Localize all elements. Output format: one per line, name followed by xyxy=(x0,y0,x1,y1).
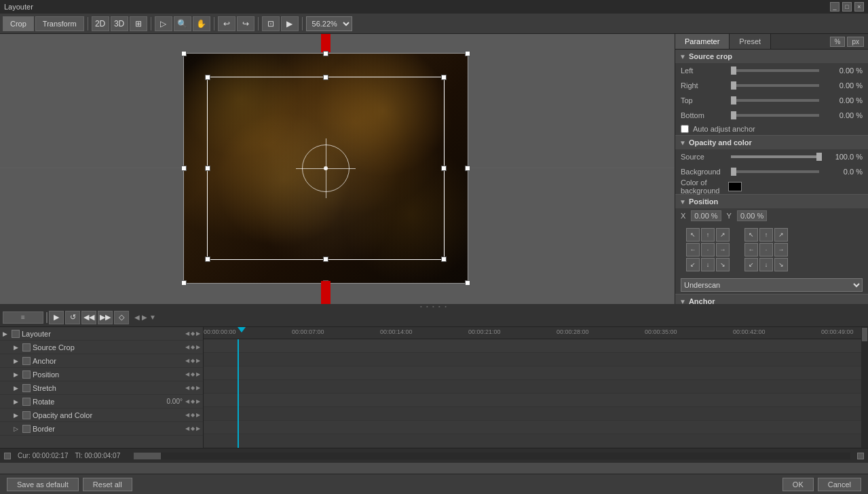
track-check-sc[interactable] xyxy=(22,343,31,352)
ta-sc-diamond[interactable]: ◆ xyxy=(191,344,195,350)
ta-sc-right[interactable]: ▶ xyxy=(196,344,200,350)
pos-x-value[interactable]: 0.00 % xyxy=(691,210,721,221)
left-slider[interactable] xyxy=(731,69,819,72)
play-btn[interactable]: ▶ xyxy=(281,16,299,31)
track-layouter[interactable]: ▶ Layouter ◀ ◆ ▶ xyxy=(0,327,203,341)
track-anchor[interactable]: ▶ Anchor ◀ ◆ ▶ xyxy=(0,354,203,368)
timeline-menu-btn[interactable]: ≡ xyxy=(3,311,43,324)
prev-frame-btn[interactable]: ◀◀ xyxy=(81,311,96,324)
2d-btn[interactable]: 2D xyxy=(92,16,109,31)
select-btn[interactable]: ▷ xyxy=(155,16,172,31)
opacity-color-header[interactable]: ▼ Opacity and color xyxy=(675,136,868,149)
crosshair-circle[interactable] xyxy=(302,145,350,192)
scrollbar-thumb-h[interactable] xyxy=(134,453,161,459)
nav-mr-btn[interactable]: → xyxy=(716,243,730,256)
nav-br-btn[interactable]: ↘ xyxy=(716,258,730,271)
nav2-bc-btn[interactable]: ↓ xyxy=(759,258,773,271)
underscan-select[interactable]: Underscan xyxy=(681,278,863,292)
background-slider[interactable] xyxy=(731,170,819,173)
minimize-btn[interactable]: _ xyxy=(830,2,839,12)
track-check-pos[interactable] xyxy=(22,370,31,379)
transform-tab[interactable]: Transform xyxy=(35,16,84,31)
track-check-opacity[interactable] xyxy=(22,411,31,419)
ok-btn[interactable]: OK xyxy=(782,478,814,491)
next-frame-btn[interactable]: ▶▶ xyxy=(98,311,113,324)
parameter-tab[interactable]: Parameter xyxy=(675,34,730,49)
track-check-stretch[interactable] xyxy=(22,384,31,392)
maximize-btn[interactable]: □ xyxy=(842,2,852,12)
nav2-br-btn[interactable]: ↘ xyxy=(774,258,788,271)
bottom-slider[interactable] xyxy=(731,114,819,117)
nav2-tc-btn[interactable]: ↑ xyxy=(759,228,773,242)
timeline-corner-btn[interactable] xyxy=(4,453,11,459)
track-check-anchor[interactable] xyxy=(22,357,31,365)
anchor-title: Anchor xyxy=(689,297,715,304)
track-border[interactable]: ▷ Border ◀ ◆ ▶ xyxy=(0,422,203,436)
ta-left[interactable]: ◀ xyxy=(185,330,189,337)
nav2-bl-btn[interactable]: ↙ xyxy=(744,258,758,271)
source-crop-header[interactable]: ▼ Source crop xyxy=(675,50,868,63)
track-rotate[interactable]: ▶ Rotate 0.00° ◀ ◆ ▶ xyxy=(0,395,203,408)
video-frame[interactable] xyxy=(183,53,468,284)
source-slider[interactable] xyxy=(731,155,819,158)
nav-bl-btn[interactable]: ↙ xyxy=(686,258,700,271)
nav-right-arrow: ▶ xyxy=(142,314,147,321)
nav2-ml-btn[interactable]: ← xyxy=(744,243,758,256)
anchor-header[interactable]: ▼ Anchor xyxy=(675,294,868,304)
keyframe-btn[interactable]: ◇ xyxy=(114,311,129,324)
pan-btn[interactable]: ✋ xyxy=(193,16,210,31)
track-check-rotate[interactable] xyxy=(22,398,31,406)
track-check-layouter[interactable] xyxy=(12,330,20,338)
ta-right[interactable]: ▶ xyxy=(196,330,200,337)
right-slider[interactable] xyxy=(731,84,819,87)
ta-sc-left[interactable]: ◀ xyxy=(185,344,189,350)
top-slider[interactable] xyxy=(731,99,819,102)
redo-btn[interactable]: ↪ xyxy=(237,16,254,31)
nav2-tl-btn[interactable]: ↖ xyxy=(744,228,758,242)
timeline-scrollbar-v[interactable] xyxy=(861,327,868,448)
nav2-tr-btn[interactable]: ↗ xyxy=(774,228,788,242)
loop-btn[interactable]: ↺ xyxy=(65,311,80,324)
zoom-btn[interactable]: 🔍 xyxy=(174,16,191,31)
nav-ml-btn[interactable]: ← xyxy=(686,243,700,256)
track-name-anchor: Anchor xyxy=(33,357,183,365)
pct-btn[interactable]: % xyxy=(830,37,846,47)
color-swatch[interactable] xyxy=(728,182,742,191)
preset-tab[interactable]: Preset xyxy=(730,34,771,49)
cancel-btn[interactable]: Cancel xyxy=(818,478,861,491)
track-source-crop[interactable]: ▶ Source Crop ◀ ◆ ▶ xyxy=(0,341,203,354)
timeline-scrollbar-h[interactable] xyxy=(134,453,850,459)
app-title: Layouter xyxy=(4,3,33,11)
nav-tr-btn[interactable]: ↗ xyxy=(716,228,730,242)
nav2-mc-btn[interactable]: · xyxy=(759,243,773,256)
ta-diamond[interactable]: ◆ xyxy=(191,330,195,337)
nav-tc-btn[interactable]: ↑ xyxy=(701,228,715,242)
track-position[interactable]: ▶ Position ◀ ◆ ▶ xyxy=(0,368,203,381)
fit-btn[interactable]: ⊡ xyxy=(262,16,280,31)
timeline-corner-btn-r[interactable] xyxy=(857,453,864,459)
reset-all-btn[interactable]: Reset all xyxy=(83,478,132,491)
nav-tl-btn[interactable]: ↖ xyxy=(686,228,700,242)
3d-btn[interactable]: 3D xyxy=(111,16,128,31)
track-opacity[interactable]: ▶ Opacity and Color ◀ ◆ ▶ xyxy=(0,408,203,422)
save-as-default-btn[interactable]: Save as default xyxy=(7,478,79,491)
window-controls: _ □ × xyxy=(830,2,864,12)
scrollbar-thumb-v[interactable] xyxy=(862,328,867,341)
opacity-color-arrow: ▼ xyxy=(679,139,686,147)
position-header[interactable]: ▼ Position xyxy=(675,195,868,208)
pos-y-value[interactable]: 0.00 % xyxy=(737,210,767,221)
undo-btn[interactable]: ↩ xyxy=(218,16,235,31)
zoom-select[interactable]: 56.22% xyxy=(306,16,352,31)
nav2-mr-btn[interactable]: → xyxy=(774,243,788,256)
track-stretch[interactable]: ▶ Stretch ◀ ◆ ▶ xyxy=(0,381,203,395)
grid-btn[interactable]: ⊞ xyxy=(130,16,147,31)
px-btn[interactable]: px xyxy=(847,37,864,47)
nav-mc-btn[interactable]: · xyxy=(701,243,715,256)
auto-adjust-checkbox[interactable] xyxy=(681,125,689,133)
close-btn[interactable]: × xyxy=(854,2,864,12)
crop-tab[interactable]: Crop xyxy=(3,16,34,31)
track-check-border[interactable] xyxy=(22,425,31,433)
ruler-label-49: 00:00:49:00 xyxy=(821,328,854,335)
nav-bc-btn[interactable]: ↓ xyxy=(701,258,715,271)
play-timeline-btn[interactable]: ▶ xyxy=(49,311,64,324)
